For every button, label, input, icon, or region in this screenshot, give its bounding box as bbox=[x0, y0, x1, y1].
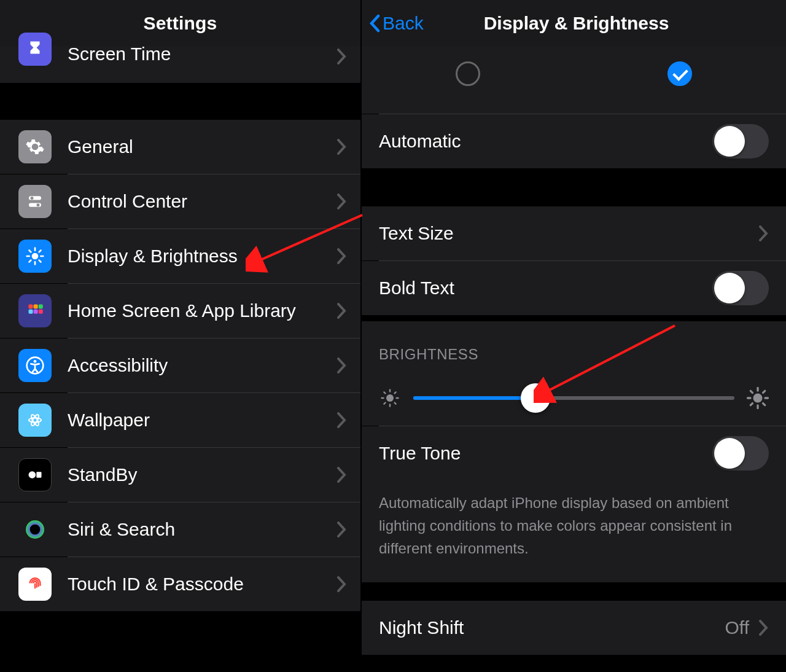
svg-point-3 bbox=[37, 203, 40, 206]
true-tone-toggle[interactable] bbox=[712, 436, 769, 471]
back-label: Back bbox=[383, 13, 424, 34]
svg-line-35 bbox=[384, 392, 385, 393]
settings-row-touchid[interactable]: Touch ID & Passcode bbox=[0, 557, 360, 611]
svg-rect-14 bbox=[34, 305, 38, 309]
chevron-right-icon bbox=[337, 576, 347, 592]
chevron-right-icon bbox=[337, 412, 347, 428]
chevron-right-icon bbox=[337, 522, 347, 537]
settings-pane: Settings Screen Time General Control Cen… bbox=[0, 0, 362, 672]
settings-row-display-brightness[interactable]: Display & Brightness bbox=[0, 229, 360, 283]
sun-small-icon bbox=[379, 387, 401, 409]
svg-rect-18 bbox=[39, 310, 43, 314]
svg-point-20 bbox=[34, 360, 37, 363]
chevron-left-icon bbox=[369, 14, 380, 33]
accessibility-icon bbox=[18, 349, 52, 382]
row-label: Accessibility bbox=[68, 355, 337, 376]
automatic-toggle[interactable] bbox=[712, 124, 769, 158]
settings-row-accessibility[interactable]: Accessibility bbox=[0, 338, 360, 393]
text-size-row[interactable]: Text Size bbox=[362, 206, 786, 260]
night-shift-label: Night Shift bbox=[379, 617, 725, 638]
night-shift-value: Off bbox=[725, 617, 749, 638]
svg-line-44 bbox=[750, 391, 752, 393]
appearance-light-radio[interactable] bbox=[456, 61, 480, 86]
svg-line-45 bbox=[763, 404, 765, 405]
settings-row-screen-time[interactable]: Screen Time bbox=[0, 46, 360, 83]
bold-text-row: Bold Text bbox=[362, 261, 786, 315]
standby-icon bbox=[18, 458, 52, 491]
chevron-right-icon bbox=[337, 467, 347, 483]
svg-point-25 bbox=[29, 471, 36, 479]
row-label: StandBy bbox=[68, 464, 337, 485]
svg-rect-16 bbox=[29, 310, 33, 314]
wallpaper-icon bbox=[18, 404, 52, 437]
detail-title: Display & Brightness bbox=[484, 13, 669, 33]
svg-line-10 bbox=[39, 260, 41, 262]
settings-row-standby[interactable]: StandBy bbox=[0, 448, 360, 502]
svg-line-38 bbox=[395, 392, 396, 393]
settings-row-siri-search[interactable]: Siri & Search bbox=[0, 502, 360, 557]
svg-rect-15 bbox=[39, 305, 43, 309]
svg-point-22 bbox=[29, 418, 41, 423]
row-label: Control Center bbox=[68, 191, 337, 212]
svg-rect-13 bbox=[29, 305, 33, 309]
row-label: Touch ID & Passcode bbox=[68, 574, 337, 595]
svg-point-2 bbox=[31, 197, 34, 200]
chevron-right-icon bbox=[337, 357, 347, 373]
svg-point-39 bbox=[753, 394, 763, 403]
true-tone-label: True Tone bbox=[379, 443, 712, 464]
slider-thumb[interactable] bbox=[521, 383, 550, 413]
svg-point-30 bbox=[386, 394, 394, 402]
chevron-right-icon bbox=[337, 49, 347, 64]
svg-line-12 bbox=[39, 251, 41, 252]
brightness-slider[interactable] bbox=[413, 396, 734, 400]
fingerprint-icon bbox=[18, 568, 52, 601]
night-shift-row[interactable]: Night Shift Off bbox=[362, 601, 786, 655]
bold-text-label: Bold Text bbox=[379, 278, 712, 299]
svg-point-4 bbox=[32, 253, 39, 260]
svg-rect-26 bbox=[36, 472, 41, 477]
switch-icon bbox=[18, 185, 52, 218]
svg-line-37 bbox=[384, 403, 385, 404]
siri-icon bbox=[18, 513, 52, 546]
back-button[interactable]: Back bbox=[369, 13, 424, 34]
automatic-row: Automatic bbox=[362, 114, 786, 168]
true-tone-row: True Tone bbox=[362, 426, 786, 480]
settings-header: Settings bbox=[0, 0, 360, 46]
svg-rect-17 bbox=[34, 310, 38, 314]
svg-line-46 bbox=[750, 404, 752, 405]
settings-row-control-center[interactable]: Control Center bbox=[0, 174, 360, 229]
chevron-right-icon bbox=[759, 225, 769, 241]
appearance-selector bbox=[362, 46, 786, 114]
display-brightness-pane: Back Display & Brightness Automatic Text… bbox=[362, 0, 786, 672]
row-label: Screen Time bbox=[68, 44, 337, 64]
automatic-label: Automatic bbox=[379, 131, 712, 152]
row-label: Display & Brightness bbox=[68, 246, 337, 267]
row-label: Siri & Search bbox=[68, 519, 337, 540]
brightness-section-header: BRIGHTNESS bbox=[362, 321, 786, 370]
brightness-slider-row bbox=[362, 370, 786, 426]
apps-icon bbox=[18, 294, 52, 327]
chevron-right-icon bbox=[337, 193, 347, 209]
settings-row-wallpaper[interactable]: Wallpaper bbox=[0, 393, 360, 447]
settings-row-general[interactable]: General bbox=[0, 120, 360, 174]
settings-row-home-screen[interactable]: Home Screen & App Library bbox=[0, 284, 360, 338]
svg-line-36 bbox=[395, 403, 396, 404]
chevron-right-icon bbox=[759, 620, 769, 636]
hourglass-icon bbox=[18, 33, 52, 66]
gear-icon bbox=[18, 130, 52, 163]
bold-text-toggle[interactable] bbox=[712, 271, 769, 305]
true-tone-footer: Automatically adapt iPhone display based… bbox=[362, 480, 786, 582]
row-label: Wallpaper bbox=[68, 410, 337, 431]
svg-line-47 bbox=[763, 391, 765, 393]
detail-header: Back Display & Brightness bbox=[362, 0, 786, 46]
row-label: Home Screen & App Library bbox=[68, 300, 337, 321]
row-label: General bbox=[68, 136, 337, 157]
chevron-right-icon bbox=[337, 303, 347, 319]
text-size-label: Text Size bbox=[379, 223, 759, 244]
chevron-right-icon bbox=[337, 139, 347, 155]
svg-line-11 bbox=[29, 260, 31, 262]
appearance-dark-radio[interactable] bbox=[667, 61, 692, 86]
svg-point-28 bbox=[30, 525, 41, 535]
settings-title: Settings bbox=[144, 13, 217, 34]
sun-large-icon bbox=[747, 387, 769, 409]
